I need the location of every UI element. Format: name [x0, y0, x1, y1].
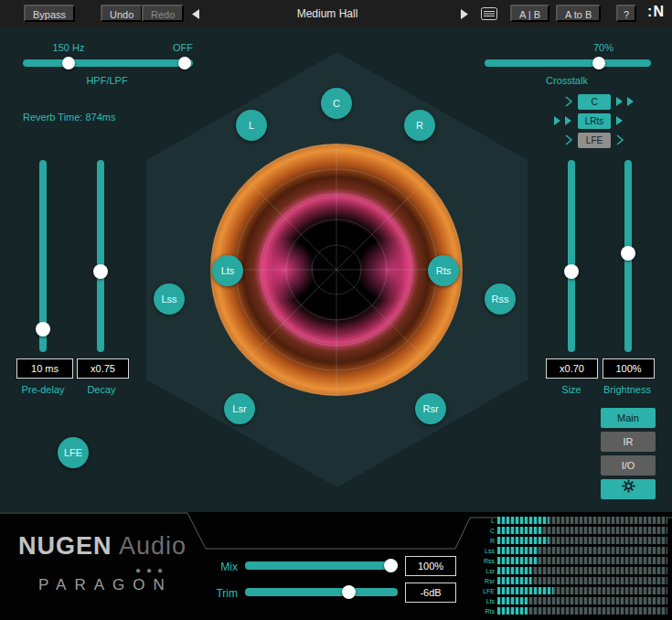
meter-bar [497, 557, 667, 564]
channel-node-lts[interactable]: Lts [212, 255, 243, 286]
a-to-b-button[interactable]: A to B [556, 5, 601, 22]
meter-label: Rss [475, 558, 497, 564]
route-out-chevron-icon[interactable] [614, 114, 653, 127]
crosstalk-slider-track[interactable] [485, 59, 651, 67]
brightness-fader-track[interactable] [624, 160, 632, 352]
brightness-fader-handle[interactable] [621, 246, 635, 261]
polar-grid [210, 144, 463, 396]
size-fader-handle[interactable] [564, 264, 579, 279]
meter-bar [497, 577, 667, 584]
brand-logo: NUGEN Audio [18, 532, 187, 561]
mix-slider-handle[interactable] [384, 559, 398, 572]
decay-caption: Decay [69, 384, 133, 395]
crosstalk-value-label: 70% [576, 42, 631, 53]
ab-compare-button[interactable]: A | B [510, 5, 549, 22]
settings-button[interactable] [601, 479, 656, 499]
redo-button[interactable]: Redo [142, 5, 184, 22]
io-view-button[interactable]: I/O [601, 455, 656, 476]
meter-label: C [475, 528, 497, 534]
help-button[interactable]: ? [616, 5, 636, 22]
trim-slider-handle[interactable] [342, 585, 356, 599]
lpf-value-label: OFF [157, 42, 208, 53]
meter-label: Lsr [475, 568, 497, 574]
decay-value-box[interactable]: x0.75 [77, 358, 129, 379]
meter-row: Lss [475, 546, 667, 555]
channel-node-rts[interactable]: Rts [428, 255, 459, 286]
decay-fader-handle[interactable] [93, 264, 108, 279]
meter-bar [497, 587, 667, 594]
crosstalk-slider-handle[interactable] [592, 57, 605, 69]
predelay-fader-track[interactable] [39, 160, 47, 352]
channel-node-lsr[interactable]: Lsr [224, 393, 255, 424]
nugen-logo: :N [647, 4, 665, 20]
lfe-node[interactable]: LFE [58, 437, 89, 468]
route-out-chevron-icon[interactable] [614, 95, 653, 108]
predelay-fader-handle[interactable] [36, 322, 50, 337]
brand-dots: ●●● [135, 565, 168, 575]
routing-button-lrts[interactable]: LRts [578, 113, 611, 129]
next-preset-icon[interactable] [459, 7, 470, 24]
meter-row: Rts [475, 606, 667, 615]
hpf-slider-handle[interactable] [62, 57, 75, 69]
predelay-value-box[interactable]: 10 ms [16, 358, 73, 379]
meter-row: Rsr [475, 576, 667, 585]
meter-label: Rsr [475, 578, 497, 584]
route-out-chevron-icon[interactable] [614, 134, 653, 146]
meter-bar [497, 597, 667, 604]
hpf-lpf-slider-track[interactable] [23, 59, 193, 67]
preset-list-icon[interactable] [481, 7, 497, 24]
undo-button[interactable]: Undo [101, 5, 143, 22]
meter-bar [497, 607, 667, 615]
meter-row: LFE [475, 586, 667, 595]
route-in-chevron-icon[interactable] [536, 134, 574, 146]
trim-value-box[interactable]: -6dB [405, 583, 456, 603]
hpf-value-label: 150 Hz [41, 42, 96, 53]
brand-name-secondary: Audio [119, 532, 187, 560]
meter-row: L [475, 516, 667, 525]
ir-view-button[interactable]: IR [601, 432, 656, 452]
meter-bar [497, 537, 667, 544]
meter-label: Lss [475, 548, 497, 554]
reverb-time-readout: Reverb Time: 874ms [23, 112, 115, 123]
top-bar: Bypass Undo Redo Medium Hall A | B A to … [0, 0, 672, 27]
main-panel: C L R Lts Rts Lss Rss Lsr Rsr LFE 150 Hz… [0, 27, 672, 512]
crosstalk-caption: Crosstalk [530, 75, 603, 86]
channel-node-rsr[interactable]: Rsr [415, 393, 446, 424]
meter-label: Rts [475, 608, 497, 615]
bottom-bar: NUGEN Audio ●●● PARAGON Mix 100% Trim -6… [0, 512, 672, 620]
routing-button-c[interactable]: C [578, 94, 611, 110]
meter-label: Lts [475, 598, 497, 604]
meter-label: LFE [475, 588, 497, 594]
trim-slider-track[interactable] [245, 588, 398, 596]
bypass-button[interactable]: Bypass [24, 5, 75, 22]
routing-row-c: C [533, 93, 656, 110]
brand-name: NUGEN [18, 532, 112, 560]
previous-preset-icon[interactable] [190, 7, 201, 24]
routing-row-lrts: LRts [533, 112, 656, 129]
meter-label: L [475, 518, 497, 524]
channel-node-r[interactable]: R [404, 110, 435, 141]
mix-slider-track[interactable] [245, 561, 398, 570]
meter-row: Lts [475, 596, 667, 605]
main-view-button[interactable]: Main [601, 408, 656, 428]
channel-node-l[interactable]: L [236, 110, 267, 141]
route-in-chevron-icon[interactable] [536, 114, 574, 127]
gear-icon [622, 484, 635, 495]
hpf-lpf-caption: HPF/LPF [73, 75, 141, 86]
routing-button-lfe[interactable]: LFE [578, 133, 611, 148]
meter-bar [497, 527, 667, 534]
channel-node-rss[interactable]: Rss [485, 283, 516, 315]
routing-row-lfe: LFE [533, 132, 656, 148]
size-value-box[interactable]: x0.70 [546, 358, 598, 379]
size-fader-track[interactable] [568, 160, 575, 352]
meter-bar [497, 547, 667, 554]
channel-node-c[interactable]: C [321, 88, 352, 119]
lpf-slider-handle[interactable] [178, 57, 191, 69]
decay-fader-track[interactable] [97, 160, 104, 352]
mix-value-box[interactable]: 100% [405, 556, 456, 576]
channel-node-lss[interactable]: Lss [154, 283, 185, 315]
preset-name[interactable]: Medium Hall [245, 0, 410, 27]
meter-label: R [475, 538, 497, 544]
route-in-chevron-icon[interactable] [536, 95, 574, 108]
brightness-value-box[interactable]: 100% [603, 358, 655, 379]
